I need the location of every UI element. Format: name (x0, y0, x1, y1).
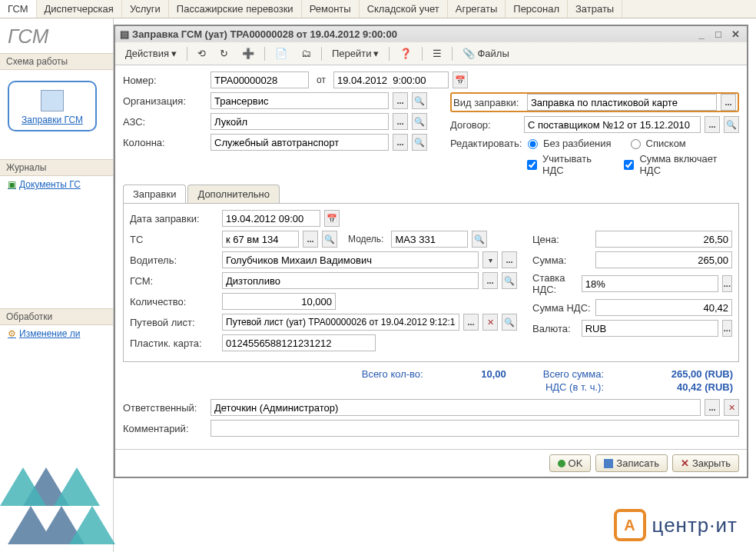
label-price: Цена: (532, 234, 591, 245)
driver-dropdown-button[interactable] (482, 251, 498, 268)
file-icon: ▤ (120, 28, 129, 40)
date-picker-button[interactable] (453, 71, 468, 88)
column-search-button[interactable] (412, 134, 427, 151)
column-field[interactable] (211, 134, 389, 151)
responsible-clear-button[interactable] (724, 399, 739, 416)
help-icon: ❓ (400, 48, 412, 59)
check-sum-includes-vat[interactable]: Сумма включает НДС (621, 153, 728, 176)
vat-rate-select-button[interactable] (722, 275, 732, 292)
label-number: Номер: (123, 75, 206, 86)
model-search-button[interactable] (472, 231, 487, 248)
refuel-type-select-button[interactable] (721, 94, 736, 111)
refuel-date-picker[interactable] (324, 210, 340, 227)
qty-field[interactable] (222, 293, 336, 310)
gsm-field[interactable] (222, 272, 479, 289)
card-field[interactable] (222, 334, 376, 351)
tabs: Заправки Дополнительно (123, 185, 739, 204)
contract-select-button[interactable] (705, 116, 720, 133)
tc-field[interactable] (222, 231, 299, 248)
menu-costs[interactable]: Затраты (568, 0, 622, 18)
vat-rate-field[interactable] (582, 275, 718, 292)
currency-select-button[interactable] (722, 320, 732, 337)
menu-aggregates[interactable]: Агрегаты (448, 0, 506, 18)
close-dialog-button[interactable]: ✕Закрыть (672, 454, 739, 472)
refresh-button[interactable]: ⟲ (192, 45, 211, 62)
waybill-field[interactable] (222, 314, 459, 331)
ok-button[interactable]: OK (549, 454, 592, 472)
comment-field[interactable] (211, 420, 739, 437)
driver-select-button[interactable] (502, 251, 517, 268)
menu-passenger[interactable]: Пассажирские перевозки (169, 0, 302, 18)
label-qty: Количество: (130, 296, 217, 308)
list-button[interactable]: ☰ (427, 45, 447, 62)
label-column: Колонна: (123, 137, 206, 148)
responsible-field[interactable] (211, 399, 701, 416)
menu-dispatch[interactable]: Диспетчерская (37, 0, 122, 18)
section-journals: Журналы (0, 159, 113, 176)
goto-dropdown[interactable]: Перейти▾ (327, 45, 385, 62)
menu-personnel[interactable]: Персонал (506, 0, 568, 18)
number-field[interactable] (211, 71, 309, 88)
waybill-search-button[interactable] (502, 314, 517, 331)
basis-button[interactable]: 📄 (270, 45, 293, 62)
org-search-button[interactable] (412, 92, 427, 109)
minimize-button[interactable]: _ (695, 28, 708, 40)
structure-button[interactable]: 🗂 (296, 45, 317, 62)
files-button[interactable]: 📎Файлы (457, 45, 514, 62)
azs-field[interactable] (211, 113, 389, 130)
save-button[interactable]: Записать (595, 454, 668, 472)
waybill-select-button[interactable] (463, 314, 479, 331)
gsm-search-button[interactable] (502, 272, 517, 289)
org-select-button[interactable] (393, 92, 408, 109)
date-field[interactable] (333, 71, 449, 88)
plus-icon: ➕ (242, 48, 254, 59)
contract-search-button[interactable] (724, 116, 739, 133)
doc-arrow-icon: 📄 (275, 48, 287, 59)
menu-services[interactable]: Услуги (122, 0, 169, 18)
refuel-date-field[interactable] (222, 210, 320, 227)
tc-search-button[interactable] (322, 231, 337, 248)
menu-repairs[interactable]: Ремонты (302, 0, 360, 18)
sum-field[interactable] (595, 251, 732, 268)
journal-documents-link[interactable]: ▣ Документы ГС (0, 176, 113, 193)
label-org: Организация: (123, 95, 206, 107)
menu-warehouse[interactable]: Складской учет (360, 0, 448, 18)
driver-field[interactable] (222, 251, 479, 268)
radio-no-split[interactable]: Без разбиения (524, 137, 612, 149)
tc-select-button[interactable] (303, 231, 318, 248)
maximize-button[interactable]: □ (711, 28, 725, 40)
responsible-select-button[interactable] (705, 399, 720, 416)
logo-text: центр·ит (652, 514, 738, 537)
post-button[interactable]: ↻ (214, 45, 234, 62)
refuel-type-field[interactable] (527, 94, 717, 111)
menu-gsm[interactable]: ГСМ (0, 0, 37, 18)
document-icon (41, 90, 64, 111)
currency-field[interactable] (582, 320, 718, 337)
gsm-select-button[interactable] (482, 272, 498, 289)
tab-refuels[interactable]: Заправки (123, 185, 186, 203)
doc-icon: ▣ (8, 179, 16, 190)
price-field[interactable] (595, 231, 732, 248)
azs-select-button[interactable] (393, 113, 408, 130)
waybill-clear-button[interactable] (482, 314, 498, 331)
close-button[interactable]: ✕ (728, 28, 742, 40)
vat-sum-field[interactable] (595, 299, 732, 316)
actions-dropdown[interactable]: Действия▾ (120, 45, 182, 62)
contract-field[interactable] (524, 116, 701, 133)
column-select-button[interactable] (393, 134, 408, 151)
check-vat[interactable]: Учитывать НДС (524, 153, 605, 176)
azs-search-button[interactable] (412, 113, 427, 130)
tab-additional[interactable]: Дополнительно (187, 185, 280, 203)
save-icon (604, 459, 613, 468)
logo: A центр·ит (614, 509, 738, 541)
list-icon: ☰ (433, 48, 442, 59)
add-button[interactable]: ➕ (237, 45, 260, 62)
processing-change-link[interactable]: ⚙ Изменение ли (0, 325, 113, 342)
org-field[interactable] (211, 92, 389, 109)
help-button[interactable]: ❓ (394, 45, 417, 62)
schema-item-refuels[interactable]: Заправки ГСМ (8, 81, 97, 131)
model-field[interactable] (391, 231, 468, 248)
radio-list[interactable]: Списком (627, 137, 686, 149)
dialog-titlebar: ▤ Заправка ГСМ (уат) ТРА00000028 от 19.0… (115, 26, 747, 42)
total-sum-label: Всего сумма: (543, 368, 604, 380)
